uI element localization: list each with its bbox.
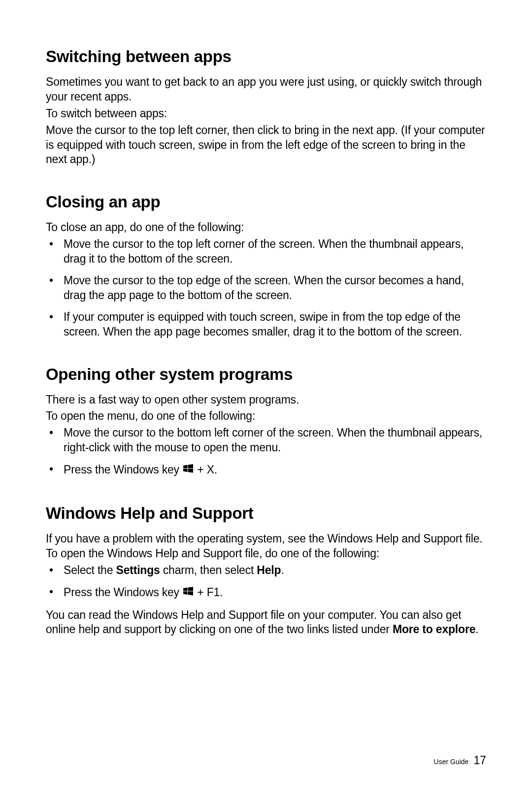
list-item: Select the Settings charm, then select H… xyxy=(46,563,486,578)
heading-opening-programs: Opening other system programs xyxy=(46,365,486,384)
body-text: . xyxy=(475,623,478,636)
list-item: Press the Windows key + X. xyxy=(46,462,486,478)
bullet-list: Move the cursor to the bottom left corne… xyxy=(46,426,486,478)
body-text: charm, then select xyxy=(160,564,257,576)
svg-marker-5 xyxy=(188,587,194,591)
page-number: 17 xyxy=(473,754,486,767)
svg-marker-6 xyxy=(183,591,188,595)
body-text: + F1. xyxy=(194,585,223,598)
bold-text: More to explore xyxy=(393,623,475,636)
svg-marker-3 xyxy=(188,469,194,472)
bold-text: Help xyxy=(257,564,281,576)
footer-label: User Guide xyxy=(434,758,469,766)
body-text: Press the Windows key xyxy=(64,585,182,598)
bullet-list: Select the Settings charm, then select H… xyxy=(46,563,486,601)
document-page: Switching between apps Sometimes you wan… xyxy=(0,0,532,669)
body-text: Select the xyxy=(64,564,116,576)
body-text: . xyxy=(281,564,284,576)
body-text: There is a fast way to open other system… xyxy=(46,393,486,407)
list-item: Move the cursor to the top left corner o… xyxy=(46,237,486,267)
body-text: + X. xyxy=(194,463,217,476)
list-item: Press the Windows key + F1. xyxy=(46,585,486,601)
svg-marker-0 xyxy=(183,465,188,469)
body-text: You can read the Windows Help and Suppor… xyxy=(46,608,486,638)
body-text: To open the menu, do one of the followin… xyxy=(46,409,486,424)
windows-key-icon xyxy=(183,462,193,477)
list-item: Move the cursor to the top edge of the s… xyxy=(46,273,486,303)
bullet-list: Move the cursor to the top left corner o… xyxy=(46,237,486,339)
list-item: Move the cursor to the bottom left corne… xyxy=(46,426,486,455)
body-text: To close an app, do one of the following… xyxy=(46,220,486,235)
svg-marker-1 xyxy=(188,464,194,468)
list-item: If your computer is equipped with touch … xyxy=(46,310,486,339)
body-text: To switch between apps: xyxy=(46,106,486,121)
body-text: Press the Windows key xyxy=(64,463,182,476)
svg-marker-2 xyxy=(183,469,188,472)
heading-windows-help: Windows Help and Support xyxy=(46,504,486,523)
windows-key-icon xyxy=(183,585,193,600)
body-text: If you have a problem with the operating… xyxy=(46,532,486,561)
svg-marker-7 xyxy=(188,591,194,595)
body-text: Sometimes you want to get back to an app… xyxy=(46,75,486,104)
svg-marker-4 xyxy=(183,587,188,591)
bold-text: Settings xyxy=(116,564,160,576)
page-footer: User Guide 17 xyxy=(434,754,486,767)
heading-switching-apps: Switching between apps xyxy=(46,47,486,66)
body-text: Move the cursor to the top left corner, … xyxy=(46,123,486,168)
heading-closing-app: Closing an app xyxy=(46,193,486,211)
